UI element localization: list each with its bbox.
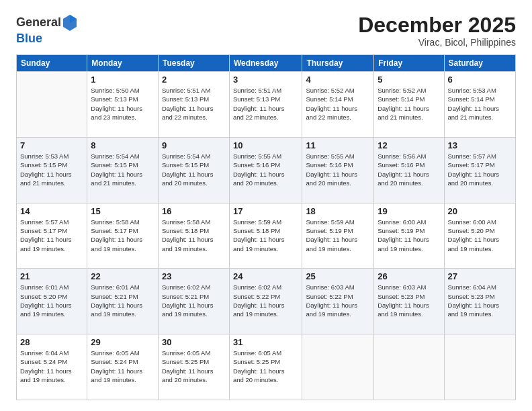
day-cell: 2Sunrise: 5:51 AMSunset: 5:13 PMDaylight… (158, 72, 229, 138)
day-cell: 4Sunrise: 5:52 AMSunset: 5:14 PMDaylight… (302, 72, 374, 138)
day-info: Sunrise: 5:53 AMSunset: 5:14 PMDaylight:… (448, 86, 512, 122)
day-cell: 25Sunrise: 6:03 AMSunset: 5:22 PMDayligh… (302, 269, 374, 334)
day-number: 17 (233, 206, 298, 216)
day-cell: 15Sunrise: 5:58 AMSunset: 5:17 PMDayligh… (87, 203, 159, 269)
day-cell: 17Sunrise: 5:59 AMSunset: 5:18 PMDayligh… (229, 203, 302, 269)
day-number: 14 (20, 206, 83, 216)
day-number: 10 (233, 140, 298, 150)
day-info: Sunrise: 5:59 AMSunset: 5:18 PMDaylight:… (233, 218, 298, 253)
day-info: Sunrise: 5:59 AMSunset: 5:19 PMDaylight:… (306, 218, 370, 253)
day-cell: 11Sunrise: 5:55 AMSunset: 5:16 PMDayligh… (302, 137, 374, 203)
day-number: 3 (233, 75, 298, 85)
day-info: Sunrise: 5:57 AMSunset: 5:17 PMDaylight:… (448, 152, 512, 187)
day-number: 16 (162, 206, 226, 216)
day-info: Sunrise: 6:02 AMSunset: 5:22 PMDaylight:… (233, 283, 298, 318)
day-info: Sunrise: 5:55 AMSunset: 5:16 PMDaylight:… (306, 152, 370, 187)
day-number: 6 (448, 75, 512, 85)
week-row-1: 1Sunrise: 5:50 AMSunset: 5:13 PMDaylight… (17, 72, 516, 138)
day-cell: 27Sunrise: 6:04 AMSunset: 5:23 PMDayligh… (444, 269, 515, 334)
day-cell: 3Sunrise: 5:51 AMSunset: 5:13 PMDaylight… (229, 72, 302, 138)
week-row-2: 7Sunrise: 5:53 AMSunset: 5:15 PMDaylight… (17, 137, 516, 203)
col-header-tuesday: Tuesday (158, 55, 229, 72)
day-cell: 5Sunrise: 5:52 AMSunset: 5:14 PMDaylight… (374, 72, 444, 138)
day-cell: 6Sunrise: 5:53 AMSunset: 5:14 PMDaylight… (444, 72, 515, 138)
day-cell (444, 334, 515, 400)
day-info: Sunrise: 5:50 AMSunset: 5:13 PMDaylight:… (91, 86, 154, 122)
day-info: Sunrise: 6:00 AMSunset: 5:20 PMDaylight:… (448, 218, 512, 253)
day-number: 7 (20, 140, 83, 150)
day-info: Sunrise: 6:05 AMSunset: 5:25 PMDaylight:… (233, 349, 298, 384)
day-info: Sunrise: 5:52 AMSunset: 5:14 PMDaylight:… (306, 86, 370, 122)
title-block: December 2025 Virac, Bicol, Philippines (358, 13, 516, 48)
day-number: 28 (20, 337, 83, 347)
day-info: Sunrise: 5:54 AMSunset: 5:15 PMDaylight:… (162, 152, 226, 187)
day-cell: 21Sunrise: 6:01 AMSunset: 5:20 PMDayligh… (17, 269, 87, 334)
day-info: Sunrise: 5:57 AMSunset: 5:17 PMDaylight:… (20, 218, 83, 253)
day-number: 15 (91, 206, 154, 216)
day-number: 5 (378, 75, 440, 85)
day-number: 27 (448, 271, 512, 281)
day-info: Sunrise: 6:02 AMSunset: 5:21 PMDaylight:… (162, 283, 226, 318)
day-info: Sunrise: 5:58 AMSunset: 5:18 PMDaylight:… (162, 218, 226, 253)
day-number: 20 (448, 206, 512, 216)
day-number: 4 (306, 75, 370, 85)
day-cell: 14Sunrise: 5:57 AMSunset: 5:17 PMDayligh… (17, 203, 87, 269)
day-cell: 22Sunrise: 6:01 AMSunset: 5:21 PMDayligh… (87, 269, 159, 334)
day-number: 31 (233, 337, 298, 347)
day-info: Sunrise: 5:51 AMSunset: 5:13 PMDaylight:… (162, 86, 226, 122)
day-info: Sunrise: 5:52 AMSunset: 5:14 PMDaylight:… (378, 86, 440, 122)
day-cell: 7Sunrise: 5:53 AMSunset: 5:15 PMDaylight… (17, 137, 87, 203)
day-number: 21 (20, 271, 83, 281)
day-cell: 16Sunrise: 5:58 AMSunset: 5:18 PMDayligh… (158, 203, 229, 269)
day-number: 24 (233, 271, 298, 281)
day-cell: 30Sunrise: 6:05 AMSunset: 5:25 PMDayligh… (158, 334, 229, 400)
logo: General Blue (16, 13, 79, 46)
col-header-thursday: Thursday (302, 55, 374, 72)
col-header-wednesday: Wednesday (229, 55, 302, 72)
day-info: Sunrise: 6:00 AMSunset: 5:19 PMDaylight:… (378, 218, 440, 253)
day-number: 18 (306, 206, 370, 216)
day-cell (374, 334, 444, 400)
calendar-header-row: SundayMondayTuesdayWednesdayThursdayFrid… (17, 55, 516, 72)
col-header-friday: Friday (374, 55, 444, 72)
day-cell: 29Sunrise: 6:05 AMSunset: 5:24 PMDayligh… (87, 334, 159, 400)
day-number: 12 (378, 140, 440, 150)
col-header-saturday: Saturday (444, 55, 515, 72)
day-info: Sunrise: 6:05 AMSunset: 5:25 PMDaylight:… (162, 349, 226, 384)
day-number: 2 (162, 75, 226, 85)
day-cell: 9Sunrise: 5:54 AMSunset: 5:15 PMDaylight… (158, 137, 229, 203)
col-header-monday: Monday (87, 55, 159, 72)
day-info: Sunrise: 6:01 AMSunset: 5:21 PMDaylight:… (91, 283, 154, 318)
day-cell: 12Sunrise: 5:56 AMSunset: 5:16 PMDayligh… (374, 137, 444, 203)
day-cell: 19Sunrise: 6:00 AMSunset: 5:19 PMDayligh… (374, 203, 444, 269)
calendar-table: SundayMondayTuesdayWednesdayThursdayFrid… (16, 54, 516, 400)
day-number: 8 (91, 140, 154, 150)
day-cell: 18Sunrise: 5:59 AMSunset: 5:19 PMDayligh… (302, 203, 374, 269)
day-cell: 8Sunrise: 5:54 AMSunset: 5:15 PMDaylight… (87, 137, 159, 203)
day-number: 19 (378, 206, 440, 216)
day-cell: 23Sunrise: 6:02 AMSunset: 5:21 PMDayligh… (158, 269, 229, 334)
day-cell (302, 334, 374, 400)
day-cell: 20Sunrise: 6:00 AMSunset: 5:20 PMDayligh… (444, 203, 515, 269)
day-info: Sunrise: 6:03 AMSunset: 5:23 PMDaylight:… (378, 283, 440, 318)
day-cell: 24Sunrise: 6:02 AMSunset: 5:22 PMDayligh… (229, 269, 302, 334)
month-year: December 2025 (358, 13, 516, 37)
day-cell: 26Sunrise: 6:03 AMSunset: 5:23 PMDayligh… (374, 269, 444, 334)
day-number: 29 (91, 337, 154, 347)
day-info: Sunrise: 5:53 AMSunset: 5:15 PMDaylight:… (20, 152, 83, 187)
day-number: 1 (91, 75, 154, 85)
day-number: 13 (448, 140, 512, 150)
day-info: Sunrise: 5:54 AMSunset: 5:15 PMDaylight:… (91, 152, 154, 187)
day-info: Sunrise: 6:03 AMSunset: 5:22 PMDaylight:… (306, 283, 370, 318)
week-row-3: 14Sunrise: 5:57 AMSunset: 5:17 PMDayligh… (17, 203, 516, 269)
logo-icon (62, 13, 78, 32)
day-number: 30 (162, 337, 226, 347)
day-info: Sunrise: 6:05 AMSunset: 5:24 PMDaylight:… (91, 349, 154, 384)
day-number: 23 (162, 271, 226, 281)
day-cell: 28Sunrise: 6:04 AMSunset: 5:24 PMDayligh… (17, 334, 87, 400)
day-number: 26 (378, 271, 440, 281)
day-cell: 13Sunrise: 5:57 AMSunset: 5:17 PMDayligh… (444, 137, 515, 203)
day-cell: 1Sunrise: 5:50 AMSunset: 5:13 PMDaylight… (87, 72, 159, 138)
day-number: 11 (306, 140, 370, 150)
day-info: Sunrise: 5:56 AMSunset: 5:16 PMDaylight:… (378, 152, 440, 187)
